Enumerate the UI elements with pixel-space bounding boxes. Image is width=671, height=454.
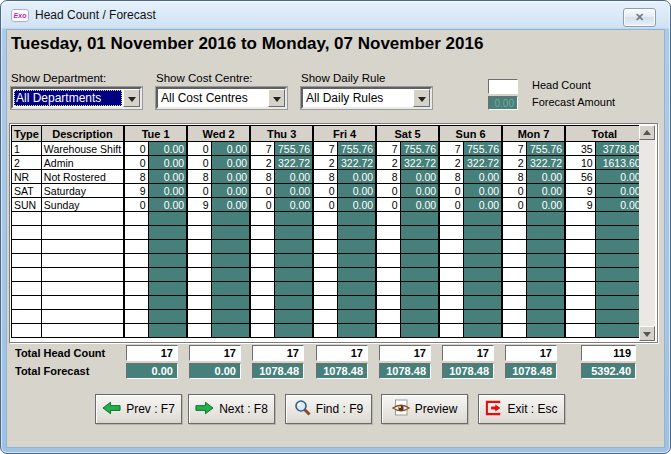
grid-cell: [526, 268, 565, 282]
grid-row: [12, 212, 644, 226]
grid-cell: 0: [439, 184, 463, 198]
grid-cell: [463, 240, 502, 254]
grid-cell: [250, 296, 274, 310]
button-label: Preview: [415, 402, 458, 416]
grid-cell: [463, 324, 502, 338]
vertical-scrollbar[interactable]: [639, 125, 655, 341]
find-button[interactable]: Find : F9: [285, 394, 372, 424]
grid-cell: [439, 226, 463, 240]
preview-button[interactable]: Preview: [381, 394, 468, 424]
grid-cell: [502, 310, 526, 324]
head-count-legend-label: Head Count: [532, 79, 591, 91]
grid-table: TypeDescriptionTue 1Wed 2Thu 3Fri 4Sat 5…: [11, 125, 644, 338]
grid-cell: [376, 324, 400, 338]
grid-cell: 0: [376, 184, 400, 198]
window-title: Head Count / Forecast: [35, 8, 156, 22]
grid-cell: [439, 296, 463, 310]
total-forecast-value: 1078.48: [379, 363, 431, 379]
grid-cell: [124, 212, 148, 226]
forecast-grid-panel: TypeDescriptionTue 1Wed 2Thu 3Fri 4Sat 5…: [9, 123, 658, 343]
grid-cell: 0.00: [337, 170, 376, 184]
grid-cell: [376, 226, 400, 240]
grid-cell: 0.00: [274, 184, 313, 198]
grid-cell: [400, 268, 439, 282]
grid-cell: 9: [565, 198, 595, 212]
exit-button[interactable]: Exit : Esc: [478, 394, 565, 424]
grid-cell: 0.00: [211, 156, 250, 170]
grid-cell: Admin: [41, 156, 124, 170]
grid-cell: [337, 268, 376, 282]
grid-cell: 7: [502, 142, 526, 156]
grid-cell: [148, 268, 187, 282]
cost-centre-select[interactable]: All Cost Centres: [156, 87, 287, 109]
daily-rule-dropdown-button[interactable]: [413, 89, 430, 107]
grid-row: [12, 226, 644, 240]
grid-cell: [250, 282, 274, 296]
grid-cell: [439, 212, 463, 226]
grid-cell: 0.00: [463, 184, 502, 198]
grid-cell: [565, 240, 595, 254]
title-bar[interactable]: Exo Head Count / Forecast ✕: [1, 1, 670, 29]
grid-body: 1Warehouse Shift00.0000.007755.767755.76…: [12, 142, 644, 338]
headcount-forecast-window: Exo Head Count / Forecast ✕ Tuesday, 01 …: [0, 0, 671, 454]
grid-cell: [187, 310, 211, 324]
grid-cell: [502, 240, 526, 254]
grid-cell: [12, 226, 42, 240]
grid-row: [12, 296, 644, 310]
grid-cell: 322.72: [337, 156, 376, 170]
grid-cell: [313, 226, 337, 240]
department-label: Show Department:: [11, 72, 106, 84]
grid-cell: Warehouse Shift: [41, 142, 124, 156]
scroll-down-button[interactable]: [639, 326, 655, 341]
grid-cell: [41, 240, 124, 254]
grid-cell: [211, 282, 250, 296]
button-label: Prev : F7: [126, 402, 175, 416]
grid-cell: [274, 212, 313, 226]
chevron-down-icon: [418, 97, 426, 102]
grid-cell: [124, 282, 148, 296]
total-head-count-value: 119: [581, 345, 636, 361]
close-button[interactable]: ✕: [623, 8, 656, 27]
grid-cell: [187, 268, 211, 282]
grid-cell: [439, 254, 463, 268]
grid-cell: [565, 282, 595, 296]
grid-cell: 0: [187, 184, 211, 198]
arrow-up-icon: [643, 130, 651, 135]
grid-cell: [313, 254, 337, 268]
grid-cell: 755.76: [337, 142, 376, 156]
scroll-up-button[interactable]: [639, 125, 655, 140]
column-header-description: Description: [41, 126, 124, 142]
department-select[interactable]: All Departments: [11, 87, 142, 109]
grid-cell: 0.00: [211, 198, 250, 212]
grid-cell: NR: [12, 170, 42, 184]
grid-cell: [439, 324, 463, 338]
prev-button[interactable]: Prev : F7: [95, 394, 182, 424]
grid-cell: [274, 226, 313, 240]
column-header-thu-3: Thu 3: [250, 126, 313, 142]
grid-cell: [502, 212, 526, 226]
grid-cell: [148, 296, 187, 310]
total-forecast-value: 1078.48: [442, 363, 494, 379]
grid-cell: [41, 324, 124, 338]
column-header-tue-1: Tue 1: [124, 126, 187, 142]
grid-cell: [502, 296, 526, 310]
grid-cell: [313, 296, 337, 310]
column-header-fri-4: Fri 4: [313, 126, 376, 142]
grid-cell: 0.00: [526, 198, 565, 212]
department-dropdown-button[interactable]: [123, 89, 140, 107]
grid-cell: 0.00: [400, 170, 439, 184]
grid-cell: [337, 310, 376, 324]
cost-centre-dropdown-button[interactable]: [268, 89, 285, 107]
grid-cell: 0: [313, 198, 337, 212]
next-button[interactable]: Next : F8: [188, 394, 275, 424]
grid-cell: [526, 324, 565, 338]
button-label: Find : F9: [316, 402, 363, 416]
grid-cell: [41, 310, 124, 324]
daily-rule-select[interactable]: All Daily Rules: [301, 87, 432, 109]
chevron-down-icon: [273, 97, 281, 102]
grid-cell: [439, 282, 463, 296]
grid-cell: [274, 282, 313, 296]
grid-cell: [148, 324, 187, 338]
grid-row: [12, 268, 644, 282]
grid-cell: [211, 268, 250, 282]
